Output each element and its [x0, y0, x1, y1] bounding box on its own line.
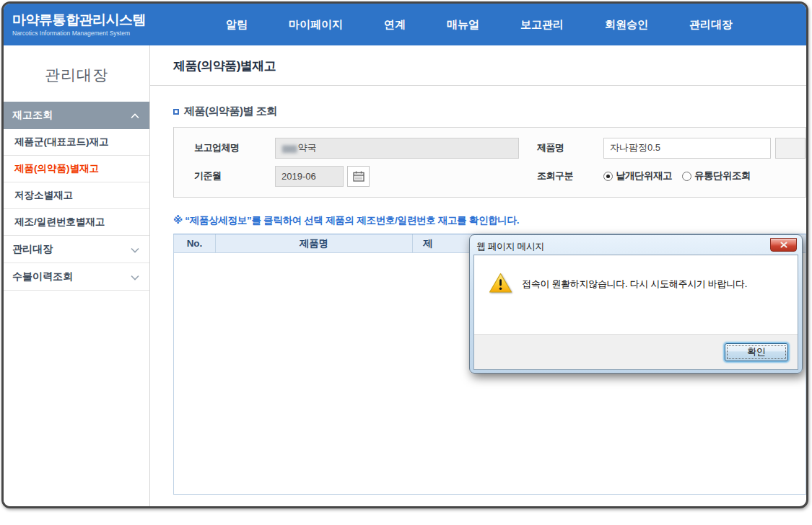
product-name-input[interactable] — [603, 138, 771, 159]
sidebar-group-ledger[interactable]: 관리대장 — [4, 236, 149, 263]
sidebar: 관리대장 재고조회 제품군(대표코드)재고 제품(의약품)별재고 저장소별재고 … — [4, 45, 150, 508]
dialog-message: 접속이 원활하지않습니다. 다시 시도해주시기 바랍니다. — [522, 278, 747, 291]
page-title: 제품(의약품)별재고 — [173, 58, 806, 74]
sidebar-item-label: 제품군(대표코드)재고 — [14, 136, 109, 149]
chevron-down-icon — [131, 271, 139, 283]
product-label: 제품명 — [524, 141, 603, 154]
company-label: 보고업체명 — [174, 141, 275, 154]
sidebar-group-label: 재고조회 — [12, 109, 53, 122]
sidebar-item-label: 제품(의약품)별재고 — [14, 162, 99, 175]
nav-item-manual[interactable]: 매뉴얼 — [447, 18, 479, 32]
search-form: 보고업체명 ▩▩ 약국 제품명 기준월 — [173, 127, 806, 198]
close-icon[interactable] — [770, 238, 797, 252]
dialog-footer: 확인 — [474, 334, 798, 369]
nav-item-mypage[interactable]: 마이페이지 — [289, 18, 343, 32]
truncated-button[interactable] — [775, 138, 806, 159]
sidebar-item-storage-stock[interactable]: 저장소별재고 — [4, 182, 149, 209]
nav-item-link[interactable]: 연계 — [384, 18, 406, 32]
col-header-no: No. — [174, 234, 216, 252]
sidebar-item-group-code-stock[interactable]: 제품군(대표코드)재고 — [4, 129, 149, 156]
sidebar-item-label: 저장소별재고 — [14, 189, 73, 202]
chevron-down-icon — [131, 244, 139, 255]
radio-label: 유통단위조회 — [694, 169, 751, 182]
dialog-titlebar[interactable]: 웹 페이지 메시지 — [473, 238, 798, 255]
sidebar-item-serial-stock[interactable]: 제조/일련번호별재고 — [4, 209, 149, 236]
app-subtitle: Narcotics Information Management System — [12, 30, 174, 37]
main-nav: 알림 마이페이지 연계 매뉴얼 보고관리 회원승인 관리대장 — [226, 18, 733, 32]
sidebar-group-inventory[interactable]: 재고조회 — [4, 102, 149, 129]
radio-selected-icon — [603, 172, 613, 181]
notice-text: ※ “제품상세정보”를 클릭하여 선택 제품의 제조번호/일련번호 재고를 확인… — [173, 214, 806, 227]
query-type-label: 조회구분 — [524, 169, 603, 182]
radio-label: 낱개단위재고 — [616, 169, 672, 182]
sidebar-group-label: 수불이력조회 — [12, 270, 73, 283]
nav-item-report-mgmt[interactable]: 보고관리 — [520, 18, 564, 32]
square-bullet-icon — [173, 109, 179, 115]
masked-text: ▩▩ — [281, 143, 297, 154]
web-page-message-dialog: 웹 페이지 메시지 — [469, 234, 803, 374]
dialog-window: 접속이 원활하지않습니다. 다시 시도해주시기 바랍니다. 확인 — [473, 255, 798, 370]
dialog-title: 웹 페이지 메시지 — [473, 240, 544, 253]
base-month-input[interactable] — [275, 166, 344, 187]
section-heading: 제품(의약품)별 조회 — [173, 105, 806, 118]
base-month-label: 기준월 — [174, 169, 275, 182]
sidebar-item-product-stock[interactable]: 제품(의약품)별재고 — [4, 156, 149, 182]
nav-item-ledger[interactable]: 관리대장 — [689, 18, 733, 32]
section-title: 제품(의약품)별 조회 — [184, 105, 277, 118]
nav-item-alerts[interactable]: 알림 — [226, 18, 248, 32]
warning-icon — [489, 273, 512, 296]
radio-unit-stock[interactable]: 낱개단위재고 — [603, 169, 672, 182]
company-value: 약국 — [298, 141, 317, 154]
col-header-product-name: 제품명 — [216, 234, 413, 252]
query-type-radios: 낱개단위재고 유통단위조회 — [603, 169, 806, 182]
ok-button[interactable]: 확인 — [725, 343, 788, 361]
top-navigation-bar: 마약류통합관리시스템 Narcotics Information Managem… — [4, 4, 806, 45]
chevron-up-icon — [131, 110, 139, 121]
dialog-content: 접속이 원활하지않습니다. 다시 시도해주시기 바랍니다. — [474, 255, 798, 334]
sidebar-group-transaction-history[interactable]: 수불이력조회 — [4, 263, 149, 291]
calendar-icon[interactable] — [347, 166, 370, 187]
sidebar-group-label: 관리대장 — [12, 243, 53, 256]
company-field: ▩▩ 약국 — [275, 138, 519, 159]
app-title: 마약류통합관리시스템 — [12, 12, 174, 28]
sidebar-title: 관리대장 — [4, 45, 149, 102]
radio-distribution-stock[interactable]: 유통단위조회 — [682, 169, 751, 182]
nav-item-member-approval[interactable]: 회원승인 — [605, 18, 648, 32]
app-window: 마약류통합관리시스템 Narcotics Information Managem… — [1, 1, 808, 508]
sidebar-item-label: 제조/일련번호별재고 — [14, 216, 105, 229]
title-divider — [150, 85, 806, 86]
app-logo[interactable]: 마약류통합관리시스템 Narcotics Information Managem… — [4, 12, 174, 37]
radio-unselected-icon — [682, 172, 691, 181]
